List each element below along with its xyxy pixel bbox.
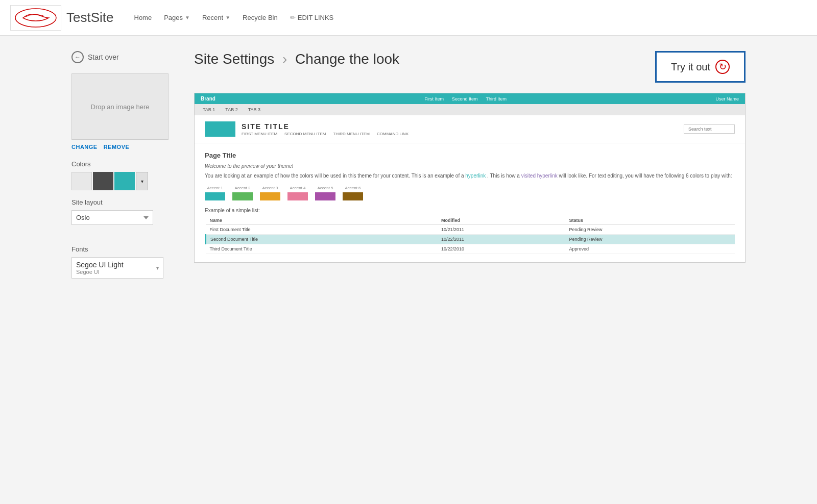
nav-pages[interactable]: Pages ▼ [159, 11, 195, 24]
preview-tab-3: TAB 3 [246, 106, 262, 113]
col-header-status: Status [565, 216, 735, 225]
preview-nav-item-2: Second Item [452, 96, 478, 102]
table-header-row: Name Modified Status [206, 216, 735, 225]
sidebar: ← Start over Drop an image here CHANGE R… [71, 51, 174, 281]
color-swatch-1[interactable] [71, 172, 92, 190]
start-over-button[interactable]: ← Start over [71, 51, 174, 63]
preview-tab-2: TAB 2 [223, 106, 239, 113]
preview-table: Name Modified Status First Document Titl… [205, 216, 735, 254]
table-row-selected: Second Document Title 10/22/2011 Pending… [206, 235, 735, 244]
accents-section: Accent 1 Accent 2 Accent 3 Accent 4 Acce… [205, 186, 735, 200]
preview-list-section: Example of a simple list: Name Modified … [205, 208, 735, 254]
try-it-out-circle-icon: ↻ [715, 60, 730, 74]
preview-logo-title: SITE TITLE FIRST MENU ITEM SECOND MENU I… [205, 121, 408, 137]
accent-label-5: Accent 5 [315, 186, 335, 190]
table-cell-name: First Document Title [206, 225, 438, 235]
site-logo-area: TestSite [10, 5, 114, 31]
nav-home[interactable]: Home [129, 11, 157, 24]
image-drop-zone[interactable]: Drop an image here [71, 73, 169, 140]
pencil-icon: ✏ [290, 14, 296, 21]
preview-site-header: SITE TITLE FIRST MENU ITEM SECOND MENU I… [195, 115, 745, 143]
font-selector[interactable]: Segoe UI Light Segoe UI ▾ [71, 257, 163, 279]
font-sub-name: Segoe UI [76, 269, 124, 275]
accent-label-3: Accent 3 [260, 186, 280, 190]
try-it-out-button[interactable]: Try it out ↻ [655, 51, 746, 83]
main-nav: Home Pages ▼ Recent ▼ Recycle Bin ✏ EDIT… [129, 11, 339, 24]
right-content: Site Settings › Change the look Try it o… [194, 51, 746, 281]
table-body: First Document Title 10/21/2011 Pending … [206, 225, 735, 254]
fonts-label: Fonts [71, 245, 174, 253]
nav-edit-links[interactable]: ✏ EDIT LINKS [285, 11, 339, 24]
accent-swatch-1 [205, 192, 225, 200]
drop-image-label: Drop an image here [91, 103, 150, 111]
preview-body: Page Title Welcome to the preview of you… [195, 143, 745, 262]
preview-nav-item-3: Third Item [486, 96, 507, 102]
preview-username: User Name [715, 96, 739, 102]
preview-nav-items: First Item Second Item Third Item [424, 96, 507, 102]
table-row: First Document Title 10/21/2011 Pending … [206, 225, 735, 235]
accent-swatches [205, 192, 735, 200]
col-header-modified: Modified [437, 216, 565, 225]
table-cell-modified: 10/21/2011 [437, 225, 565, 235]
accent-swatch-6 [343, 192, 363, 200]
col-header-name: Name [206, 216, 438, 225]
font-info: Segoe UI Light Segoe UI [76, 261, 124, 275]
breadcrumb-arrow: › [282, 51, 287, 67]
preview-menu-item-1: FIRST MENU ITEM [242, 132, 277, 136]
recent-dropdown-arrow: ▼ [225, 15, 230, 20]
colors-label: Colors [71, 160, 174, 168]
preview-tabs: TAB 1 TAB 2 TAB 3 [195, 104, 745, 115]
accent-swatch-5 [315, 192, 335, 200]
accent-swatch-4 [287, 192, 308, 200]
preview-site-title: SITE TITLE [242, 122, 408, 131]
preview-menu-item-4: COMMAND LINK [377, 132, 408, 136]
preview-list-title: Example of a simple list: [205, 208, 735, 213]
table-cell-name: Third Document Title [206, 244, 438, 254]
table-cell-modified: 10/22/2010 [437, 244, 565, 254]
accent-label-2: Accent 2 [232, 186, 253, 190]
back-icon: ← [71, 51, 84, 63]
preview-hyperlink: hyperlink [465, 173, 486, 179]
preview-tab-1: TAB 1 [201, 106, 217, 113]
change-image-button[interactable]: CHANGE [71, 144, 98, 150]
top-nav: TestSite Home Pages ▼ Recent ▼ Recycle B… [0, 0, 817, 36]
site-logo [10, 5, 61, 31]
preview-visited-link: visited hyperlink [521, 173, 558, 179]
preview-menu-item-3: THIRD MENU ITEM [333, 132, 370, 136]
table-cell-modified: 10/22/2011 [437, 235, 565, 244]
layout-select-wrapper: Oslo [71, 210, 153, 233]
font-dropdown-arrow: ▾ [156, 265, 159, 271]
font-main-name: Segoe UI Light [76, 261, 124, 269]
color-swatch-2[interactable] [93, 172, 113, 190]
remove-image-button[interactable]: REMOVE [104, 144, 130, 150]
preview-body-text: You are looking at an example of how the… [205, 172, 735, 180]
table-row: Third Document Title 10/22/2010 Approved [206, 244, 735, 254]
breadcrumb-2: Change the look [295, 51, 399, 67]
preview-site-menu: FIRST MENU ITEM SECOND MENU ITEM THIRD M… [242, 132, 408, 136]
table-cell-status: Pending Review [565, 235, 735, 244]
preview-topbar: Brand First Item Second Item Third Item … [195, 93, 745, 104]
preview-site-title-area: SITE TITLE FIRST MENU ITEM SECOND MENU I… [242, 122, 408, 136]
preview-search-input[interactable] [684, 124, 735, 134]
car-logo-svg [13, 7, 59, 29]
try-it-out-label: Try it out [671, 61, 710, 73]
site-layout-label: Site layout [71, 198, 174, 206]
layout-select[interactable]: Oslo [71, 210, 153, 225]
svg-point-0 [15, 9, 56, 27]
colors-dropdown-button[interactable]: ▾ [136, 172, 148, 190]
preview-logo-box [205, 121, 235, 137]
page-header: Site Settings › Change the look Try it o… [194, 51, 746, 83]
accent-label-6: Accent 6 [343, 186, 363, 190]
preview-page-title: Page Title [205, 152, 735, 159]
accent-label-1: Accent 1 [205, 186, 225, 190]
preview-nav-item-1: First Item [424, 96, 444, 102]
table-cell-status: Approved [565, 244, 735, 254]
accent-label-4: Accent 4 [287, 186, 308, 190]
nav-recent[interactable]: Recent ▼ [197, 11, 235, 24]
nav-recycle-bin[interactable]: Recycle Bin [237, 11, 283, 24]
page-title: Site Settings › Change the look [194, 51, 399, 67]
site-title: TestSite [66, 10, 114, 26]
preview-menu-item-2: SECOND MENU ITEM [284, 132, 326, 136]
accent-swatch-3 [260, 192, 280, 200]
color-swatch-3[interactable] [114, 172, 135, 190]
